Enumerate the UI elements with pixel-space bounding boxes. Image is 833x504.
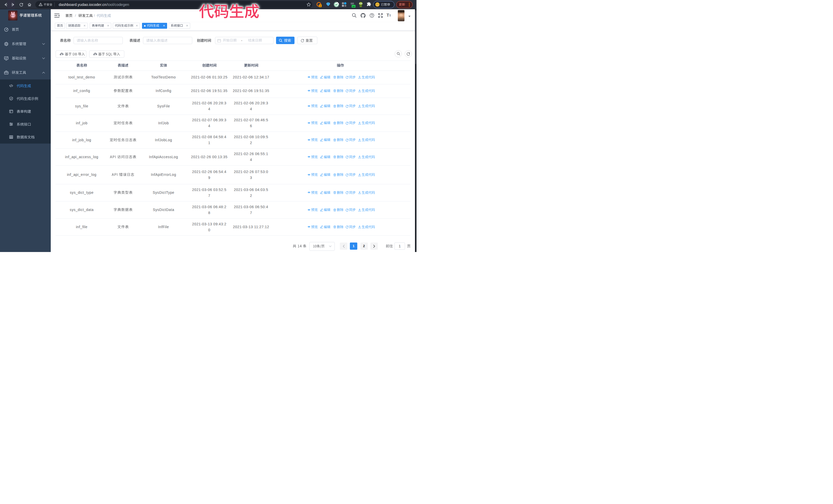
svg-text:on: on (352, 5, 355, 8)
svg-text:1: 1 (319, 5, 321, 7)
